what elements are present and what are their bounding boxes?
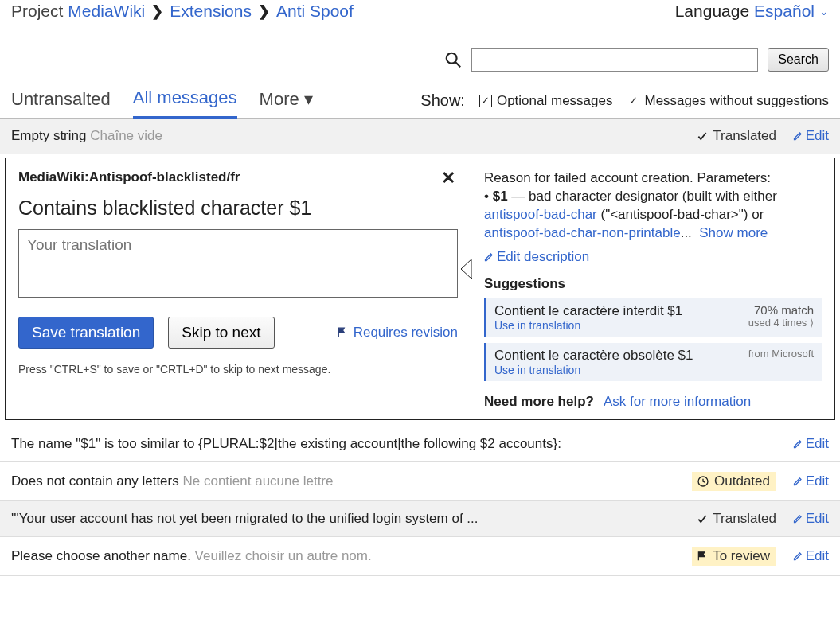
message-source: Please choose another name. [11,548,191,563]
checkbox-icon: ✓ [627,95,639,107]
tab-more-label: More [260,89,299,109]
clock-icon [697,475,709,488]
doc-param: $1 [493,189,508,204]
flag-icon [697,551,708,562]
edit-link[interactable]: Edit [784,128,829,144]
edit-description-link[interactable]: Edit description [484,249,822,265]
tab-all-messages[interactable]: All messages [133,84,237,119]
translation-input[interactable] [18,229,458,298]
breadcrumb: Project MediaWiki ❯ Extensions ❯ Anti Sp… [11,2,354,21]
suggestion-text: Contient le caractère interdit $1 [494,303,682,319]
message-source: The name "$1" is too similar to {PLURAL:… [11,436,561,451]
search-input[interactable] [471,48,758,72]
doc-param-desc: — bad character designator (built with e… [508,189,777,204]
doc-link-1[interactable]: antispoof-bad-char [484,207,597,222]
message-row[interactable]: Does not contain any letters Ne contient… [0,462,840,501]
pencil-icon [793,130,803,142]
requires-revision-toggle[interactable]: Requires revision [336,325,458,341]
edit-description-label: Edit description [497,249,589,265]
translation-editor: MediaWiki:Antispoof-blacklisted/fr ✕ Con… [5,158,835,420]
status-translated: Translated [697,128,776,144]
edit-label: Edit [806,473,829,489]
status-translated: Translated [697,511,776,527]
suggestions-header: Suggestions [484,276,822,292]
use-in-translation-link[interactable]: Use in translation [494,319,682,332]
message-key: MediaWiki:Antispoof-blacklisted/fr [18,169,458,185]
chevron-right-icon: ❯ [256,2,272,20]
edit-label: Edit [806,511,829,527]
message-row[interactable]: Empty string Chaîne vide Translated Edit [0,119,840,154]
suggestion-meta[interactable]: used 4 times ⟩ [748,317,814,329]
doc-mid: ("<antispoof-bad-char>") or [597,207,764,222]
bullet-icon: • [484,189,489,204]
save-button[interactable]: Save translation [18,317,154,349]
doc-link-2[interactable]: antispoof-bad-char-non-printable [484,225,681,240]
check-icon [697,512,708,525]
checkbox-optional-messages[interactable]: ✓ Optional messages [479,93,613,109]
skip-button[interactable]: Skip to next [168,317,274,349]
check-icon [697,130,708,142]
checkbox-no-suggestions[interactable]: ✓ Messages without suggestions [627,93,829,109]
language-value: Español [754,2,815,21]
edit-label: Edit [806,128,829,144]
language-label: Language [675,2,749,21]
caret-down-icon: ▾ [304,89,313,109]
edit-link[interactable]: Edit [784,511,829,527]
svg-line-1 [455,62,460,67]
pencil-icon [484,251,494,263]
edit-link[interactable]: Edit [784,473,829,489]
ask-for-info-link[interactable]: Ask for more information [604,394,751,410]
message-source: Empty string [11,128,86,143]
edit-label: Edit [806,436,829,452]
chevron-down-icon: ⌄ [819,5,829,18]
pencil-icon [793,476,803,487]
message-row[interactable]: Please choose another name. Veuillez cho… [0,537,840,576]
pencil-icon [793,438,803,450]
status-label: To review [713,548,770,564]
suggestion-match: 70% match [748,303,814,317]
flag-icon [336,327,349,338]
edit-label: Edit [806,548,829,564]
close-icon[interactable]: ✕ [441,168,455,189]
message-row[interactable]: The name "$1" is too similar to {PLURAL:… [0,426,840,462]
message-source: '''Your user account has not yet been mi… [11,511,479,526]
edit-link[interactable]: Edit [784,436,829,452]
need-help-label: Need more help? [484,394,594,410]
checkbox-optional-label: Optional messages [497,93,613,109]
search-button[interactable]: Search [768,48,829,72]
message-translation: Chaîne vide [90,128,162,143]
pencil-icon [793,513,803,524]
message-source: Does not contain any letters [11,473,179,489]
keyboard-hint: Press "CTRL+S" to save or "CRTL+D" to sk… [18,363,458,376]
source-text: Contains blacklisted character $1 [18,197,458,220]
requires-revision-label: Requires revision [354,325,458,341]
message-translation: Veuillez choisir un autre nom. [195,548,372,563]
message-translation: Ne contient aucune lettre [182,473,333,489]
edit-link[interactable]: Edit [784,548,829,564]
tab-untranslated[interactable]: Untransalted [11,86,111,118]
message-documentation: Reason for failed account creation. Para… [484,169,822,243]
suggestion-item: Contient le caractère interdit $1 Use in… [484,298,822,337]
chevron-right-icon: ❯ [150,2,165,20]
svg-marker-2 [461,259,472,279]
breadcrumb-label: Project [11,2,63,21]
breadcrumb-item-1[interactable]: Extensions [170,2,252,21]
show-more-link[interactable]: Show more [699,225,768,240]
svg-point-0 [447,53,457,64]
status-label: Translated [713,128,776,144]
breadcrumb-item-0[interactable]: MediaWiki [68,2,145,21]
checkbox-nosug-label: Messages without suggestions [644,93,829,109]
checkbox-icon: ✓ [479,95,492,107]
status-outdated: Outdated [692,472,776,491]
doc-ellipsis: ... [681,225,692,240]
use-in-translation-link[interactable]: Use in translation [494,364,693,376]
status-to-review: To review [692,547,776,566]
callout-pointer-icon [461,259,472,279]
search-icon [444,51,462,68]
message-row[interactable]: '''Your user account has not yet been mi… [0,501,840,537]
suggestion-text: Contient le caractère obsolète $1 [494,348,693,364]
breadcrumb-item-2[interactable]: Anti Spoof [276,2,354,21]
tab-more[interactable]: More ▾ [260,86,313,118]
language-selector[interactable]: Language Español ⌄ [675,2,829,21]
show-label: Show: [420,92,465,110]
